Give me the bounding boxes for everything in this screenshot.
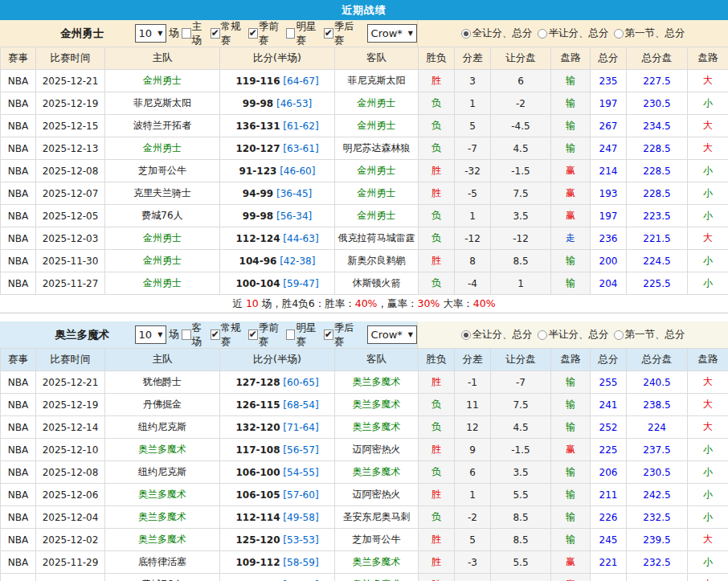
cell-score[interactable]: 125-120 [53-53] xyxy=(220,529,335,551)
cell-date: 2025-12-03 xyxy=(36,227,105,250)
cell-away-team[interactable]: 金州勇士 xyxy=(335,92,419,115)
filter-checkbox[interactable]: ✔季后赛 xyxy=(324,321,361,349)
cell-home-team[interactable]: 底特律活塞 xyxy=(105,551,220,574)
cell-score[interactable]: 119-116 [64-67] xyxy=(220,70,335,92)
cell-away-team[interactable]: 俄克拉荷马城雷霆 xyxy=(335,227,419,250)
cell-ou-result: 小 xyxy=(688,272,728,295)
cell-home-team[interactable]: 波特兰开拓者 xyxy=(105,115,220,137)
cell-score[interactable]: 104-96 [42-38] xyxy=(220,250,335,272)
cell-away-team[interactable]: 迈阿密热火 xyxy=(335,484,419,506)
cell-home-team[interactable]: 丹佛掘金 xyxy=(105,394,220,416)
cell-score[interactable]: 99-98 [46-53] xyxy=(220,92,335,115)
cell-home-team[interactable]: 奥兰多魔术 xyxy=(105,484,220,506)
cell-away-team[interactable]: 芝加哥公牛 xyxy=(335,529,419,551)
cell-home-team[interactable]: 奥兰多魔术 xyxy=(105,529,220,551)
cell-away-team[interactable]: 金州勇士 xyxy=(335,182,419,205)
table-row: NBA2025-12-04奥兰多魔术112-114 [49-58]圣安东尼奥马刺… xyxy=(1,506,728,529)
cell-home-team[interactable]: 奥兰多魔术 xyxy=(105,439,220,461)
cell-away-team[interactable]: 奥兰多魔术 xyxy=(335,574,419,581)
cell-away-team[interactable]: 明尼苏达森林狼 xyxy=(335,137,419,160)
checkbox-icon xyxy=(286,329,296,340)
cell-away-team[interactable]: 休斯顿火箭 xyxy=(335,272,419,295)
cell-score[interactable]: 100-104 [59-47] xyxy=(220,272,335,295)
cell-handicap-line: 5.5 xyxy=(491,551,551,574)
cell-handicap-result: 赢 xyxy=(551,160,591,182)
filter-checkbox[interactable]: ✔季前赛 xyxy=(248,20,285,47)
cell-score[interactable]: 103-144 [60-86] xyxy=(220,574,335,581)
checkbox-label: 季前赛 xyxy=(259,20,285,47)
cell-home-team[interactable]: 费城76人 xyxy=(105,574,220,581)
cell-home-team[interactable]: 犹他爵士 xyxy=(105,371,220,394)
company-select[interactable]: Crow*▼ xyxy=(367,325,417,344)
cell-score[interactable]: 120-127 [63-61] xyxy=(220,137,335,160)
summary-text: 大率： xyxy=(440,297,472,309)
cell-away-team[interactable]: 奥兰多魔术 xyxy=(335,394,419,416)
cell-away-team[interactable]: 金州勇士 xyxy=(335,160,419,182)
column-header: 主队 xyxy=(105,349,220,371)
filter-checkbox[interactable]: ✔常规赛 xyxy=(211,20,247,47)
cell-score[interactable]: 112-124 [44-63] xyxy=(220,227,335,250)
filter-checkbox[interactable]: 明星赛 xyxy=(286,20,323,47)
cell-total: 247 xyxy=(591,137,627,160)
cell-handicap-result: 输 xyxy=(551,92,591,115)
cell-away-team[interactable]: 金州勇士 xyxy=(335,205,419,227)
checkbox-icon xyxy=(182,28,191,39)
filter-radio[interactable]: 全让分、总分 xyxy=(461,27,533,40)
cell-away-team[interactable]: 新奥尔良鹈鹕 xyxy=(335,250,419,272)
cell-score[interactable]: 91-123 [46-60] xyxy=(220,160,335,182)
cell-score[interactable]: 126-115 [68-54] xyxy=(220,394,335,416)
cell-home-team[interactable]: 费城76人 xyxy=(105,205,220,227)
cell-score[interactable]: 106-105 [57-60] xyxy=(220,484,335,506)
games-count-select[interactable]: 10▼ xyxy=(135,325,167,344)
cell-home-team[interactable]: 芝加哥公牛 xyxy=(105,160,220,182)
cell-home-team[interactable]: 金州勇士 xyxy=(105,137,220,160)
games-count-select[interactable]: 10▼ xyxy=(135,24,167,43)
filter-radio[interactable]: 半让分、总分 xyxy=(538,328,609,342)
cell-score[interactable]: 132-120 [71-64] xyxy=(220,416,335,439)
cell-score[interactable]: 99-98 [56-34] xyxy=(220,205,335,227)
filter-checkbox[interactable]: ✔季前赛 xyxy=(248,321,285,349)
filter-radio[interactable]: 全让分、总分 xyxy=(461,328,533,342)
summary-text: 10 xyxy=(246,297,259,309)
cell-home-team[interactable]: 金州勇士 xyxy=(105,250,220,272)
cell-score[interactable]: 94-99 [36-45] xyxy=(220,182,335,205)
cell-away-team[interactable]: 金州勇士 xyxy=(335,115,419,137)
filter-radio[interactable]: 第一节、总分 xyxy=(614,27,685,40)
filter-checkbox[interactable]: ✔常规赛 xyxy=(211,321,247,349)
cell-handicap-result: 输 xyxy=(551,529,591,551)
cell-total-line: 230.5 xyxy=(627,92,688,115)
cell-total-line: 240.5 xyxy=(627,371,688,394)
cell-away-team[interactable]: 奥兰多魔术 xyxy=(335,461,419,484)
cell-away-team[interactable]: 奥兰多魔术 xyxy=(335,551,419,574)
cell-away-team[interactable]: 奥兰多魔术 xyxy=(335,371,419,394)
cell-home-team[interactable]: 克里夫兰骑士 xyxy=(105,182,220,205)
company-select[interactable]: Crow*▼ xyxy=(367,24,417,43)
checkbox-label: 常规赛 xyxy=(221,321,247,349)
filter-radio[interactable]: 第一节、总分 xyxy=(614,328,685,342)
table-row: NBA2025-11-27金州勇士100-104 [59-47]休斯顿火箭负-4… xyxy=(1,272,728,295)
cell-score[interactable]: 136-131 [61-62] xyxy=(220,115,335,137)
games-unit-label: 场 xyxy=(169,27,179,40)
filter-checkbox[interactable]: 明星赛 xyxy=(286,321,323,349)
cell-away-team[interactable]: 奥兰多魔术 xyxy=(335,416,419,439)
cell-score[interactable]: 112-114 [49-58] xyxy=(220,506,335,529)
cell-home-team[interactable]: 菲尼克斯太阳 xyxy=(105,92,220,115)
cell-away-team[interactable]: 圣安东尼奥马刺 xyxy=(335,506,419,529)
cell-score[interactable]: 109-112 [58-59] xyxy=(220,551,335,574)
filter-checkbox[interactable]: 客场 xyxy=(182,321,210,349)
cell-score[interactable]: 117-108 [56-57] xyxy=(220,439,335,461)
cell-home-team[interactable]: 金州勇士 xyxy=(105,227,220,250)
cell-home-team[interactable]: 金州勇士 xyxy=(105,70,220,92)
cell-league: NBA xyxy=(1,137,36,160)
cell-score[interactable]: 127-128 [60-65] xyxy=(220,371,335,394)
cell-home-team[interactable]: 金州勇士 xyxy=(105,272,220,295)
cell-home-team[interactable]: 奥兰多魔术 xyxy=(105,506,220,529)
cell-home-team[interactable]: 纽约尼克斯 xyxy=(105,416,220,439)
filter-checkbox[interactable]: 主场 xyxy=(182,20,210,47)
cell-home-team[interactable]: 纽约尼克斯 xyxy=(105,461,220,484)
cell-away-team[interactable]: 菲尼克斯太阳 xyxy=(335,70,419,92)
filter-checkbox[interactable]: ✔季后赛 xyxy=(324,20,361,47)
filter-radio[interactable]: 半让分、总分 xyxy=(538,27,609,40)
cell-score[interactable]: 106-100 [54-55] xyxy=(220,461,335,484)
cell-away-team[interactable]: 迈阿密热火 xyxy=(335,439,419,461)
